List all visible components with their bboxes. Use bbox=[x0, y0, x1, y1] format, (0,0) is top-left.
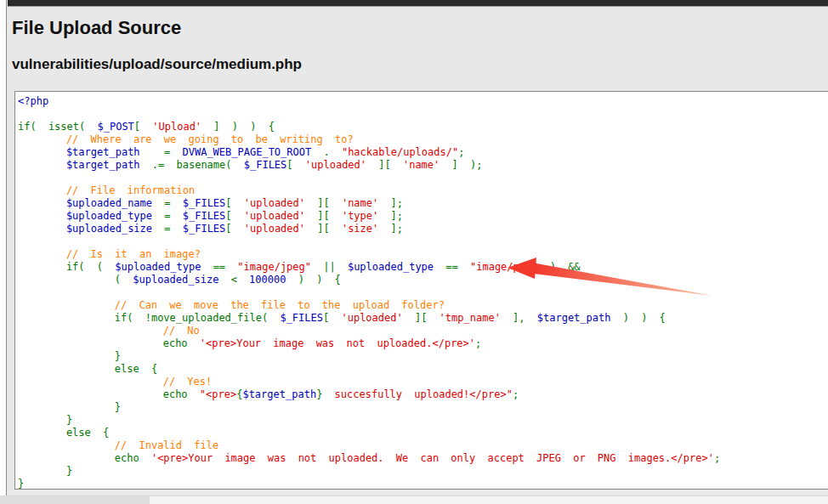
code-token: == bbox=[201, 261, 237, 273]
code-token: if( isset( bbox=[18, 121, 97, 133]
code-token: $target_path bbox=[18, 146, 140, 158]
code-token: < bbox=[218, 274, 249, 286]
code-line: } bbox=[18, 401, 828, 414]
code-token: 100000 bbox=[249, 274, 286, 286]
page-title: File Upload Source bbox=[12, 17, 181, 39]
code-token: 'uploaded' bbox=[244, 223, 305, 235]
code-token: 'name' bbox=[403, 159, 440, 171]
code-token: 'Upload' bbox=[152, 121, 201, 133]
code-token: ][ bbox=[366, 159, 403, 171]
code-token: ] ) ) { bbox=[201, 121, 275, 133]
code-block: <?php if( isset( $_POST[ 'Upload' ] ) ) … bbox=[18, 95, 828, 490]
code-token: = bbox=[152, 223, 183, 235]
code-line: if( !move_uploaded_file( $_FILES[ 'uploa… bbox=[18, 312, 828, 325]
code-line: // File information bbox=[18, 184, 828, 197]
code-token: 'uploaded' bbox=[305, 159, 366, 171]
code-line: } bbox=[18, 478, 828, 490]
code-token: [ bbox=[225, 210, 243, 222]
code-token: else { bbox=[18, 363, 157, 375]
code-token: ) ) { bbox=[286, 274, 340, 286]
code-line: $uploaded_size = $_FILES[ 'uploaded' ][ … bbox=[18, 223, 828, 235]
code-token: = bbox=[152, 197, 183, 209]
code-token: $uploaded_name bbox=[18, 197, 152, 209]
code-token: '<pre>Your image was not uploaded.</pre>… bbox=[200, 337, 475, 349]
code-token: "image/png" bbox=[470, 261, 537, 273]
code-line: $uploaded_name = $_FILES[ 'uploaded' ][ … bbox=[18, 197, 828, 210]
code-token: == bbox=[434, 261, 470, 273]
code-token: || bbox=[311, 261, 348, 273]
code-token: = bbox=[140, 146, 183, 158]
code-token: $_FILES bbox=[244, 159, 287, 171]
code-token: ) ) { bbox=[610, 312, 665, 324]
code-line: echo '<pre>Your image was not uploaded. … bbox=[18, 452, 828, 465]
code-token: // Where are we going to be writing to? bbox=[18, 133, 354, 145]
code-line: echo "<pre>{$target_path} succesfully up… bbox=[18, 388, 828, 401]
code-token: $uploaded_size bbox=[133, 274, 218, 286]
code-line: $target_path = DVWA_WEB_PAGE_TO_ROOT . "… bbox=[18, 146, 828, 159]
code-token: 'uploaded' bbox=[341, 312, 402, 324]
code-token: ( bbox=[18, 274, 133, 286]
code-line: } bbox=[18, 414, 828, 427]
code-token: $target_path bbox=[537, 312, 611, 324]
code-line: // No bbox=[18, 325, 828, 337]
code-token: .= basename( bbox=[140, 159, 244, 171]
code-token: ; bbox=[513, 388, 519, 400]
code-token: echo bbox=[18, 388, 200, 400]
code-token: $target_path bbox=[242, 388, 316, 400]
code-token: $uploaded_type bbox=[348, 261, 434, 273]
code-line bbox=[18, 172, 828, 184]
code-token: echo bbox=[18, 452, 151, 464]
horizontal-scrollbar[interactable] bbox=[0, 496, 828, 504]
code-line: <?php bbox=[18, 95, 828, 108]
code-token: } bbox=[18, 401, 121, 413]
code-line: $uploaded_type = $_FILES[ 'uploaded' ][ … bbox=[18, 210, 828, 223]
code-token: 'uploaded' bbox=[244, 197, 305, 209]
code-token: ; bbox=[714, 452, 720, 464]
code-line: // Can we move the file to the upload fo… bbox=[18, 299, 828, 312]
code-token: // Yes! bbox=[18, 376, 212, 388]
code-token: [ bbox=[323, 312, 341, 324]
code-token: else { bbox=[18, 427, 109, 439]
code-token: $_FILES bbox=[280, 312, 323, 324]
code-token: = bbox=[152, 210, 183, 222]
code-token: } bbox=[18, 478, 24, 490]
code-token: ]; bbox=[378, 197, 403, 209]
code-token: "hackable/uploads/" bbox=[342, 146, 458, 158]
code-token: [ bbox=[286, 159, 304, 171]
horizontal-scrollbar-thumb[interactable] bbox=[0, 496, 150, 504]
code-token: 'tmp_name' bbox=[440, 312, 501, 324]
code-line: if( ( $uploaded_type == "image/jpeg" || … bbox=[18, 261, 828, 274]
code-token: // File information bbox=[18, 184, 195, 196]
code-token: ; bbox=[475, 337, 481, 349]
code-token: "<pre> bbox=[200, 388, 236, 400]
code-token: . bbox=[311, 146, 342, 158]
code-token: ][ bbox=[305, 197, 342, 209]
code-token: ][ bbox=[403, 312, 440, 324]
code-token: succesfully uploaded!</pre>" bbox=[322, 388, 513, 400]
code-token: 'uploaded' bbox=[244, 210, 305, 222]
source-path: vulnerabilities/upload/source/medium.php bbox=[12, 56, 302, 73]
code-token: $uploaded_type bbox=[115, 261, 201, 273]
code-token: ], bbox=[501, 312, 537, 324]
code-token: [ bbox=[134, 121, 152, 133]
code-token: 'size' bbox=[342, 223, 378, 235]
code-line: } bbox=[18, 350, 828, 363]
code-token: if( !move_uploaded_file( bbox=[18, 312, 280, 324]
code-token: $_POST bbox=[97, 121, 133, 133]
code-token: ) && bbox=[537, 261, 580, 273]
code-token: echo bbox=[18, 337, 200, 349]
code-line: } bbox=[18, 465, 828, 478]
code-token: } bbox=[18, 465, 72, 477]
code-line: // Where are we going to be writing to? bbox=[18, 133, 828, 146]
code-token: ; bbox=[458, 146, 464, 158]
code-line: else { bbox=[18, 427, 828, 439]
code-token: // Invalid file bbox=[18, 439, 218, 451]
code-token: [ bbox=[225, 197, 243, 209]
code-token: $_FILES bbox=[183, 223, 226, 235]
code-token: } bbox=[18, 350, 121, 362]
code-token: <?php bbox=[18, 95, 48, 107]
code-token: $_FILES bbox=[183, 210, 226, 222]
code-token: [ bbox=[225, 223, 243, 235]
code-line bbox=[18, 235, 828, 248]
code-line bbox=[18, 108, 828, 121]
